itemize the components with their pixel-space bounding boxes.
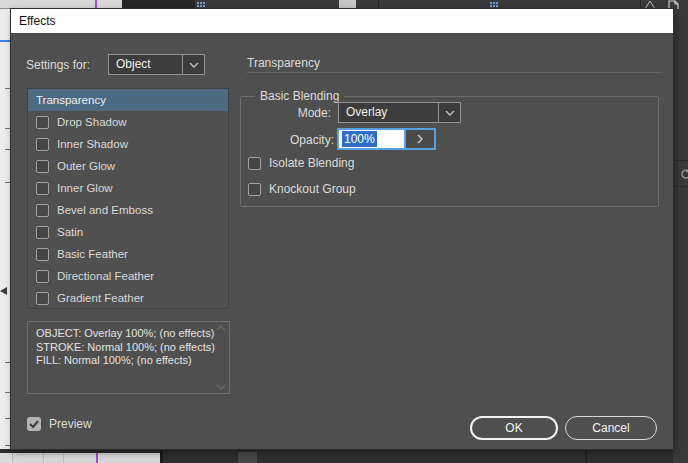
toolbar-separator: [640, 0, 641, 9]
bottom-light-block: [238, 452, 257, 463]
effect-row-inner-glow[interactable]: Inner Glow: [28, 177, 228, 199]
summary-stroke-line: STROKE: Normal 100%; (no effects): [36, 341, 221, 355]
effect-row-basic-feather[interactable]: Basic Feather: [28, 243, 228, 265]
dialog-titlebar[interactable]: Effects: [11, 9, 673, 33]
basic-blending-group: Basic Blending Mode: Overlay Opacity: 10…: [240, 96, 659, 207]
effect-row-transparency[interactable]: Transparency: [28, 89, 228, 111]
knockout-group-row[interactable]: Knockout Group: [248, 182, 356, 196]
app-screen: Effects Settings for: Object Transparenc…: [0, 0, 688, 463]
panel-separator: [247, 72, 661, 73]
checkbox[interactable]: [36, 116, 49, 129]
checkbox[interactable]: [36, 160, 49, 173]
checkbox[interactable]: [36, 226, 49, 239]
bottom-separator: [585, 449, 587, 463]
mode-dropdown[interactable]: Overlay: [338, 102, 461, 123]
effect-row-outer-glow[interactable]: Outer Glow: [28, 155, 228, 177]
checkbox[interactable]: [36, 204, 49, 217]
summary-object-line: OBJECT: Overlay 100%; (no effects): [36, 327, 221, 341]
ok-button[interactable]: OK: [470, 416, 558, 440]
checkbox[interactable]: [36, 138, 49, 151]
mode-value: Overlay: [339, 103, 438, 122]
cursor-icon: [0, 287, 7, 295]
chevron-down-icon: [182, 55, 204, 74]
effect-label: Basic Feather: [57, 248, 128, 260]
isolate-blending-row[interactable]: Isolate Blending: [248, 156, 354, 170]
right-panel-strip: [673, 9, 688, 463]
checkbox[interactable]: [36, 292, 49, 305]
horizontal-guide: [0, 40, 11, 42]
toolbar-separator: [378, 0, 379, 9]
isolate-blending-label: Isolate Blending: [269, 156, 354, 170]
mode-label: Mode:: [241, 103, 331, 123]
knockout-group-label: Knockout Group: [269, 182, 356, 196]
effect-label: Inner Shadow: [57, 138, 128, 150]
opacity-value: 100%: [342, 131, 377, 147]
checkbox[interactable]: [36, 248, 49, 261]
opacity-stepper-button[interactable]: [404, 130, 434, 148]
preview-checkbox[interactable]: [27, 417, 41, 431]
effect-row-drop-shadow[interactable]: Drop Shadow: [28, 111, 228, 133]
opacity-input[interactable]: 100%: [339, 130, 404, 148]
refresh-icon: [679, 167, 688, 181]
scroll-up-icon[interactable]: [216, 325, 226, 331]
effect-label: Outer Glow: [57, 160, 115, 172]
ok-button-label: OK: [505, 421, 522, 435]
bottom-canvas-strip: [0, 453, 160, 463]
summary-fill-line: FILL: Normal 100%; (no effects): [36, 354, 221, 368]
vertical-guide: [96, 453, 98, 463]
cancel-button-label: Cancel: [592, 421, 629, 435]
toolbar-glyph-icon: [197, 2, 205, 7]
effects-list: Transparency Drop Shadow Inner Shadow Ou…: [27, 88, 229, 309]
basic-blending-title: Basic Blending: [255, 89, 344, 104]
opacity-field[interactable]: 100%: [337, 128, 436, 150]
effect-row-satin[interactable]: Satin: [28, 221, 228, 243]
effect-label: Satin: [57, 226, 83, 238]
panel-heading: Transparency: [247, 55, 320, 71]
knockout-group-checkbox[interactable]: [248, 183, 261, 196]
effect-label: Drop Shadow: [57, 116, 127, 128]
effects-summary-box: OBJECT: Overlay 100%; (no effects) STROK…: [27, 321, 230, 394]
effects-dialog: Effects Settings for: Object Transparenc…: [11, 9, 673, 449]
effect-label: Bevel and Emboss: [57, 204, 153, 216]
dialog-title: Effects: [19, 9, 55, 33]
effect-label: Transparency: [36, 94, 106, 106]
checkbox[interactable]: [36, 270, 49, 283]
effect-row-inner-shadow[interactable]: Inner Shadow: [28, 133, 228, 155]
top-dark-strip: [122, 0, 195, 9]
top-toolbar-strip: [195, 0, 688, 9]
toolbar-light-block: [339, 0, 356, 9]
settings-for-value: Object: [109, 55, 182, 74]
opacity-label: Opacity:: [241, 130, 334, 150]
checkbox[interactable]: [36, 182, 49, 195]
settings-for-dropdown[interactable]: Object: [108, 54, 205, 75]
scroll-down-icon[interactable]: [216, 384, 226, 390]
cancel-button[interactable]: Cancel: [565, 416, 657, 440]
preview-label: Preview: [49, 416, 92, 432]
left-ruler-strip: [0, 9, 11, 453]
top-ruler-strip: [0, 0, 122, 9]
chevron-down-icon: [438, 103, 460, 122]
isolate-blending-checkbox[interactable]: [248, 157, 261, 170]
settings-for-label: Settings for:: [26, 55, 90, 75]
effect-label: Directional Feather: [57, 270, 154, 282]
effect-row-gradient-feather[interactable]: Gradient Feather: [28, 287, 228, 309]
effect-row-directional-feather[interactable]: Directional Feather: [28, 265, 228, 287]
effect-label: Inner Glow: [57, 182, 113, 194]
effect-row-bevel-and-emboss[interactable]: Bevel and Emboss: [28, 199, 228, 221]
effect-label: Gradient Feather: [57, 292, 144, 304]
chevron-right-icon: [417, 134, 423, 144]
vertical-guide: [95, 0, 97, 9]
check-icon: [27, 417, 41, 431]
toolbar-glyph-icon: [490, 2, 498, 7]
